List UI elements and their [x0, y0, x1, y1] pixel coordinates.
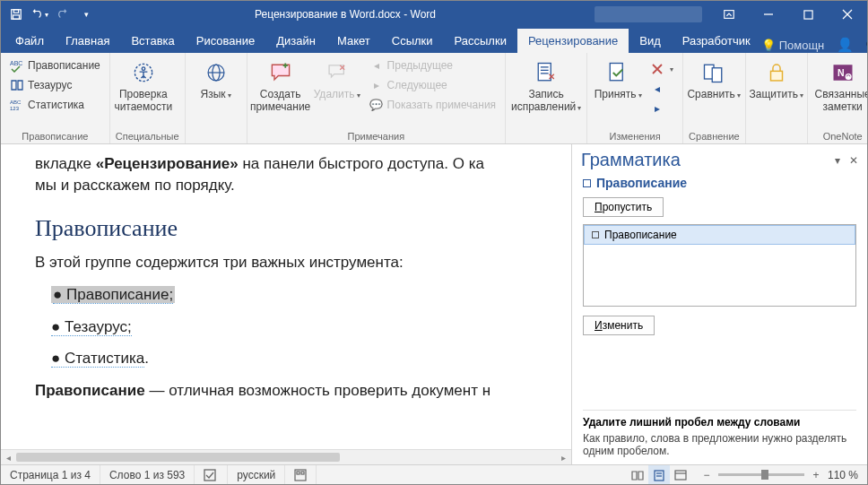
onenote-button[interactable]: N Связанные заметки	[813, 56, 868, 114]
tab-home[interactable]: Главная	[55, 29, 120, 53]
window-buttons	[709, 1, 867, 28]
status-language[interactable]: русский	[228, 465, 285, 484]
new-comment-button[interactable]: Создать примечание	[253, 56, 308, 114]
svg-rect-16	[538, 64, 551, 81]
status-page[interactable]: Страница 1 из 4	[1, 465, 100, 484]
show-comments-button[interactable]: 💬Показать примечания	[366, 96, 500, 114]
save-icon[interactable]	[6, 4, 26, 24]
undo-icon[interactable]: ▾	[30, 4, 49, 24]
tab-review[interactable]: Рецензирование	[517, 29, 629, 53]
reject-icon	[650, 62, 664, 76]
prev-comment-label: Предыдущее	[387, 59, 453, 72]
tab-developer[interactable]: Разработчик	[672, 29, 761, 53]
horizontal-scrollbar[interactable]: ◂ ▸	[1, 449, 571, 464]
qat-customize-icon[interactable]: ▾	[76, 4, 96, 24]
pane-close-icon[interactable]: ✕	[849, 154, 858, 167]
check-abc-icon: ABC	[10, 58, 24, 73]
close-icon[interactable]	[828, 1, 867, 28]
svg-rect-22	[712, 68, 722, 82]
suggestion-list[interactable]: Правописание	[583, 224, 856, 307]
change-button[interactable]: Изменить	[583, 316, 655, 335]
group-protect: Защитить▾	[746, 53, 808, 143]
explanation-desc: Как правило, слова в предложении нужно р…	[583, 432, 856, 457]
svg-rect-2	[13, 15, 20, 19]
ribbon-options-icon[interactable]	[709, 1, 749, 28]
user-account[interactable]	[595, 6, 702, 22]
tab-file[interactable]: Файл	[4, 29, 55, 53]
status-words[interactable]: Слово 1 из 593	[100, 465, 195, 484]
zoom-control: − + 110 %	[691, 469, 867, 481]
thesaurus-button[interactable]: Тезаурус	[6, 76, 104, 94]
status-macro-icon[interactable]	[285, 465, 317, 484]
zoom-in-button[interactable]: +	[810, 469, 822, 481]
protect-button[interactable]: Защитить▾	[751, 56, 802, 101]
group-comments-label: Примечания	[253, 130, 500, 143]
view-web-icon[interactable]	[670, 465, 691, 484]
tab-draw[interactable]: Рисование	[186, 29, 265, 53]
list-item: ● Статистика.	[51, 348, 546, 369]
document-viewport[interactable]: вкладке «Рецензирование» на панели быстр…	[1, 144, 571, 464]
svg-text:ABC: ABC	[10, 100, 22, 105]
tab-design[interactable]: Дизайн	[265, 29, 326, 53]
scroll-thumb[interactable]	[16, 453, 340, 462]
skip-button[interactable]: Пропустить	[583, 197, 664, 217]
group-accessibility: Проверка читаемости Специальные	[110, 53, 186, 143]
accessibility-check-button[interactable]: Проверка читаемости	[116, 56, 171, 114]
group-accessibility-label: Специальные	[116, 130, 179, 143]
work-area: вкладке «Рецензирование» на панели быстр…	[1, 144, 867, 464]
language-button[interactable]: Язык▾	[191, 56, 241, 101]
delete-comment-label: Удалить	[314, 88, 355, 100]
tab-view[interactable]: Вид	[629, 29, 672, 53]
spelling-label: Правописание	[28, 59, 100, 72]
group-language: Язык▾	[186, 53, 247, 143]
title-bar: ▾ ▾ Рецензирование в Word.docx - Word	[1, 1, 867, 28]
svg-rect-29	[297, 472, 299, 474]
accept-button[interactable]: Принять▾	[593, 56, 643, 101]
status-proof-icon[interactable]	[195, 465, 228, 484]
next-icon: ▸	[369, 78, 384, 92]
tab-references[interactable]: Ссылки	[381, 29, 444, 53]
next-comment-button[interactable]: ▸Следующее	[366, 76, 500, 94]
svg-rect-5	[803, 10, 812, 18]
scroll-left-icon[interactable]: ◂	[1, 453, 16, 463]
tab-layout[interactable]: Макет	[326, 29, 381, 53]
tell-me[interactable]: 💡 Помощн	[761, 39, 825, 52]
svg-rect-1	[13, 10, 18, 13]
share-icon[interactable]: 👤	[837, 37, 854, 53]
accessibility-icon	[129, 58, 158, 87]
pane-menu-icon[interactable]: ▾	[835, 154, 840, 167]
zoom-value[interactable]: 110 %	[828, 469, 858, 481]
statistics-button[interactable]: ABC123Статистика	[6, 96, 104, 114]
minimize-icon[interactable]	[749, 1, 788, 28]
svg-point-26	[845, 74, 851, 80]
scroll-right-icon[interactable]: ▸	[556, 453, 571, 463]
delete-comment-button[interactable]: Удалить▾	[312, 56, 362, 101]
zoom-knob[interactable]	[761, 470, 768, 480]
zoom-out-button[interactable]: −	[700, 469, 713, 481]
svg-text:123: 123	[10, 106, 20, 111]
view-read-icon[interactable]	[627, 465, 648, 484]
group-tracking: Запись исправлений▾	[506, 53, 587, 143]
prev-comment-button[interactable]: ◂Предыдущее	[366, 56, 500, 74]
group-compare: Сравнить▾ Сравнение	[683, 53, 746, 143]
view-print-icon[interactable]	[648, 465, 670, 484]
scroll-track[interactable]	[16, 452, 556, 463]
track-changes-button[interactable]: Запись исправлений▾	[511, 56, 581, 114]
redo-icon[interactable]	[53, 4, 73, 24]
tab-mailings[interactable]: Рассылки	[444, 29, 517, 53]
tab-insert[interactable]: Вставка	[120, 29, 185, 53]
list-item: ● Тезаурус;	[51, 316, 546, 338]
next-change-button[interactable]: ▸	[647, 100, 677, 117]
group-comments: Создать примечание Удалить▾ ◂Предыдущее …	[247, 53, 507, 143]
maximize-icon[interactable]	[788, 1, 828, 28]
spelling-button[interactable]: ABCПравописание	[6, 56, 104, 74]
compare-button[interactable]: Сравнить▾	[689, 56, 739, 101]
suggestion-option[interactable]: Правописание	[584, 225, 855, 245]
svg-rect-30	[301, 472, 304, 474]
svg-rect-23	[770, 71, 782, 81]
reject-button[interactable]: ▾	[647, 60, 677, 78]
new-comment-icon	[266, 58, 295, 87]
zoom-slider[interactable]	[718, 473, 804, 476]
svg-rect-27	[204, 470, 215, 481]
prev-change-button[interactable]: ◂	[647, 80, 677, 98]
